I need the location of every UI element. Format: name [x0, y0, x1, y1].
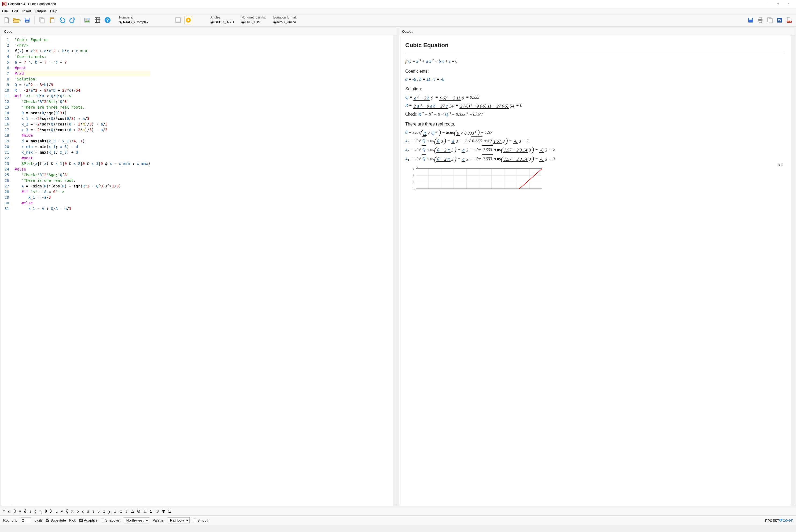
word-export-icon[interactable]: W — [776, 16, 784, 24]
code-line[interactable]: #hide — [15, 133, 150, 138]
code-line[interactable]: A = -sign(R)*(abs(R) + sqr(R^2 - Q^3))^(… — [15, 184, 150, 189]
greek-char[interactable]: π — [71, 509, 74, 514]
greek-char[interactable]: σ — [87, 509, 89, 514]
greek-char[interactable]: ψ — [113, 509, 116, 514]
eqformat-inline[interactable]: Inline — [284, 20, 296, 24]
code-line[interactable]: 'There are three real roots. — [15, 104, 150, 110]
smooth-check[interactable]: Smooth — [193, 518, 209, 522]
redo-icon[interactable] — [69, 16, 76, 24]
code-line[interactable]: Q = (a^2 - 3*b)/9 — [15, 82, 150, 88]
code-line[interactable]: x_min = min(x_1; x_3) - d — [15, 144, 150, 150]
code-editor[interactable]: 1234567891011121314151617181920212223242… — [1, 35, 393, 506]
angles-rad[interactable]: RAD — [223, 20, 234, 24]
form-icon[interactable] — [174, 16, 182, 24]
code-line[interactable]: #rad — [15, 71, 150, 76]
code-line[interactable]: f(x) = x^3 + a*x^2 + b*x + c'= 0 — [15, 48, 150, 54]
minimize-button[interactable]: – — [762, 2, 772, 6]
greek-char[interactable]: τ — [93, 509, 94, 514]
code-line[interactable]: 'Solution: — [15, 76, 150, 82]
keypad-icon[interactable] — [93, 16, 101, 24]
greek-char[interactable]: ζ — [34, 509, 36, 514]
print-icon[interactable] — [756, 16, 764, 24]
greek-char[interactable]: Δ — [131, 509, 134, 514]
code-line[interactable]: a = ? ','b = ? ','c = ? — [15, 59, 150, 65]
substitute-check[interactable]: Substitute — [46, 518, 66, 522]
close-button[interactable]: ✕ — [783, 2, 794, 6]
greek-char[interactable]: υ — [97, 509, 99, 514]
paste-icon[interactable] — [48, 16, 56, 24]
menu-edit[interactable]: Edit — [12, 9, 18, 13]
image-icon[interactable] — [83, 16, 91, 24]
greek-char[interactable]: δ — [24, 509, 26, 514]
greek-char[interactable]: α — [8, 509, 10, 514]
code-line[interactable]: "Cubic Equation — [15, 37, 150, 43]
menu-output[interactable]: Output — [35, 9, 46, 13]
shadows-select[interactable]: North-west — [124, 517, 149, 524]
copy-output-icon[interactable] — [766, 16, 774, 24]
code-line[interactable]: x_max = max(x_1; x_3) + d — [15, 150, 150, 155]
greek-char[interactable]: ω — [119, 509, 122, 514]
numbers-complex[interactable]: Complex — [131, 20, 148, 24]
code-scrollbar[interactable] — [393, 35, 397, 506]
eqformat-pro[interactable]: Pro — [273, 20, 283, 24]
code-line[interactable]: 'Check:'R^2'&ge;'Q^3' — [15, 172, 150, 178]
copy-icon[interactable] — [38, 16, 46, 24]
code-line[interactable]: $Plot{x|f(x) & x_1|0 & x_2|0 & x_3|0 @ x… — [15, 161, 150, 167]
code-line[interactable]: #if '<!--'R*R < Q*Q*Q'--> — [15, 93, 150, 99]
code-line[interactable]: d = max(abs(x_3 - x_1)/4; 1) — [15, 138, 150, 144]
shadows-check[interactable]: Shadows: — [101, 518, 121, 522]
code-line[interactable]: 'Check:'R^2'&lt;'Q^3' — [15, 99, 150, 104]
code-line[interactable]: #post — [15, 65, 150, 71]
greek-char[interactable]: μ — [56, 509, 58, 514]
menu-insert[interactable]: Insert — [22, 9, 31, 13]
code-line[interactable]: '<hr/> — [15, 43, 150, 48]
greek-char[interactable]: ρ — [77, 509, 79, 514]
greek-char[interactable]: θ — [45, 509, 47, 514]
help-icon[interactable]: ? — [103, 16, 112, 24]
code-line[interactable]: 'Coefficients: — [15, 54, 150, 59]
greek-char[interactable]: Φ — [155, 509, 159, 514]
run-button[interactable] — [184, 16, 192, 24]
adaptive-check[interactable]: Adaptive — [79, 518, 98, 522]
undo-icon[interactable] — [58, 16, 66, 24]
code-line[interactable]: θ = acos(R/sqr(Q^3)) — [15, 110, 150, 116]
greek-char[interactable]: χ — [108, 509, 110, 514]
save-output-icon[interactable] — [747, 16, 755, 24]
greek-char[interactable]: η — [39, 509, 42, 514]
code-line[interactable]: #post — [15, 155, 150, 161]
round-input[interactable] — [21, 517, 31, 523]
palette-select[interactable]: Rainbow — [168, 517, 190, 524]
units-uk[interactable]: UK — [241, 20, 250, 24]
code-line[interactable]: x_1 = -a/3 — [15, 195, 150, 200]
code-line[interactable]: x_1 = -2*sqr(Q)*cos(θ/3) - a/3 — [15, 116, 150, 121]
greek-char[interactable]: ε — [30, 509, 31, 514]
greek-char[interactable]: Σ — [150, 509, 152, 514]
code-line[interactable]: 'There is one real root. — [15, 178, 150, 184]
greek-char[interactable]: φ — [103, 509, 105, 514]
greek-char[interactable]: Π — [144, 509, 147, 514]
save-file-icon[interactable] — [23, 16, 31, 24]
greek-char[interactable]: ξ — [66, 509, 68, 514]
menu-file[interactable]: File — [2, 9, 8, 13]
angles-deg[interactable]: DEG — [210, 20, 222, 24]
units-us[interactable]: US — [251, 20, 260, 24]
new-file-icon[interactable] — [3, 16, 11, 24]
greek-char[interactable]: ς — [82, 509, 84, 514]
numbers-real[interactable]: Real — [119, 20, 130, 24]
code-line[interactable]: x_1 = A + Q/A - a/3 — [15, 206, 150, 212]
menu-help[interactable]: Help — [50, 9, 57, 13]
greek-char[interactable]: λ — [50, 509, 52, 514]
greek-char[interactable]: ν — [61, 509, 63, 514]
code-line[interactable]: x_2 = -2*sqr(Q)*cos((θ - 2*π)/3) - a/3 — [15, 121, 150, 127]
greek-char[interactable]: ° — [3, 509, 5, 514]
greek-char[interactable]: Γ — [126, 509, 128, 514]
maximize-button[interactable]: □ — [772, 2, 783, 6]
output-scrollbar[interactable] — [791, 35, 795, 506]
greek-char[interactable]: Θ — [137, 509, 140, 514]
code-line[interactable]: #else — [15, 167, 150, 172]
code-line[interactable]: R = (2*a^3 - 9*a*b + 27*c)/54 — [15, 88, 150, 93]
code-line[interactable]: x_3 = -2*sqr(Q)*cos((θ + 2*π)/3) - a/3 — [15, 127, 150, 133]
open-file-icon[interactable]: ▾ — [13, 16, 21, 24]
greek-char[interactable]: β — [14, 509, 16, 514]
code-line[interactable]: #else — [15, 200, 150, 206]
